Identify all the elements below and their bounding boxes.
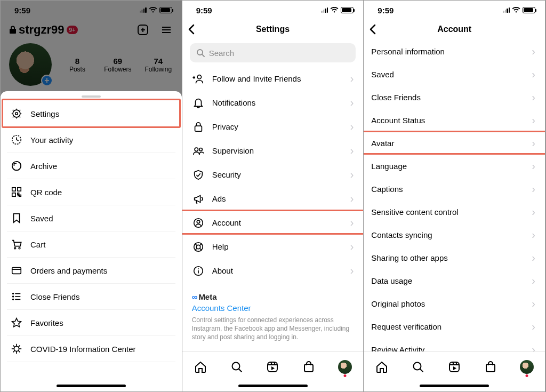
svg-point-21 xyxy=(13,296,14,297)
settings-notifications[interactable]: Notifications› xyxy=(190,91,356,115)
chevron-right-icon: › xyxy=(350,73,354,85)
account-avatar[interactable]: Avatar› xyxy=(371,132,537,155)
settings-account[interactable]: Account› xyxy=(190,211,356,235)
account-account-status[interactable]: Account Status› xyxy=(371,109,537,132)
menu-your-activity[interactable]: Your activity xyxy=(7,127,175,153)
chevron-right-icon: › xyxy=(350,217,354,229)
account-original-photos[interactable]: Original photos› xyxy=(371,292,537,315)
menu-settings[interactable]: Settings xyxy=(7,101,175,127)
menu-cart[interactable]: Cart xyxy=(7,231,175,258)
covid-icon xyxy=(10,343,23,355)
settings-follow-and-invite-friends[interactable]: Follow and Invite Friends› xyxy=(190,67,356,91)
tab-profile[interactable] xyxy=(338,360,352,374)
home-indicator xyxy=(57,385,126,387)
account-label: Account Status xyxy=(371,116,425,125)
chevron-right-icon: › xyxy=(350,169,354,181)
account-language[interactable]: Language› xyxy=(371,155,537,178)
settings-supervision[interactable]: Supervision› xyxy=(190,139,356,163)
account-captions[interactable]: Captions› xyxy=(371,178,537,201)
menu-label: Your activity xyxy=(30,135,73,145)
svg-line-33 xyxy=(18,350,20,352)
chevron-right-icon: › xyxy=(532,160,535,172)
meta-accounts-center: ∞Meta Accounts Center Control settings f… xyxy=(190,290,356,346)
settings-about[interactable]: About› xyxy=(190,259,356,283)
tab-search[interactable] xyxy=(411,360,425,374)
stat-following[interactable]: 74 Following xyxy=(143,57,173,73)
back-button[interactable] xyxy=(188,23,195,35)
create-post-button[interactable] xyxy=(136,23,150,37)
menu-label: Cart xyxy=(30,240,45,249)
settings-security[interactable]: Security› xyxy=(190,163,356,187)
menu-covid-19-information-center[interactable]: COVID-19 Information Center xyxy=(7,336,175,362)
accounts-center-link[interactable]: Accounts Center xyxy=(192,303,354,313)
archive-icon xyxy=(10,160,23,172)
stat-posts[interactable]: 8 Posts xyxy=(62,57,92,73)
account-personal-information[interactable]: Personal information› xyxy=(371,40,537,63)
chevron-right-icon: › xyxy=(532,206,535,218)
qr-icon xyxy=(10,186,23,198)
menu-label: Saved xyxy=(30,214,53,223)
tab-shop[interactable] xyxy=(302,360,316,374)
add-story-icon[interactable]: + xyxy=(41,75,53,86)
tab-home[interactable] xyxy=(375,360,389,374)
settings-privacy[interactable]: Privacy› xyxy=(190,115,356,139)
svg-rect-14 xyxy=(20,195,21,197)
search-placeholder: Search xyxy=(209,49,235,58)
menu-qr-code[interactable]: QR code xyxy=(7,179,175,205)
svg-line-34 xyxy=(13,350,15,352)
profile-avatar[interactable]: + xyxy=(9,43,52,86)
stat-followers[interactable]: 69 Followers xyxy=(103,57,133,73)
meta-brand: ∞Meta xyxy=(192,292,354,301)
chevron-right-icon: › xyxy=(532,298,535,310)
menu-archive[interactable]: Archive xyxy=(7,153,175,179)
hamburger-menu-button[interactable] xyxy=(159,23,173,37)
menu-favorites[interactable]: Favorites xyxy=(7,310,175,336)
chevron-right-icon: › xyxy=(532,45,535,58)
signal-icon xyxy=(140,7,147,13)
chevron-right-icon: › xyxy=(532,252,535,264)
account-saved[interactable]: Saved› xyxy=(371,63,537,86)
panel-settings: 9:59 Settings Search Follow and Invite F… xyxy=(182,1,364,391)
tab-reels[interactable] xyxy=(266,360,279,374)
svg-rect-13 xyxy=(18,193,19,195)
username[interactable]: strgzr99 xyxy=(19,23,65,37)
account-contacts-syncing[interactable]: Contacts syncing› xyxy=(371,223,537,246)
sheet-grabber[interactable] xyxy=(82,95,101,98)
search-input[interactable]: Search xyxy=(190,43,356,62)
account-label: Language xyxy=(371,162,407,171)
svg-marker-69 xyxy=(453,366,456,370)
account-review-activity[interactable]: Review Activity› xyxy=(371,338,537,351)
menu-saved[interactable]: Saved xyxy=(7,205,175,231)
account-label: Data usage xyxy=(371,276,412,285)
chevron-right-icon: › xyxy=(532,183,535,195)
svg-rect-70 xyxy=(486,364,495,372)
menu-label: QR code xyxy=(30,188,62,197)
tab-reels[interactable] xyxy=(447,360,461,374)
settings-help[interactable]: Help› xyxy=(190,235,356,259)
status-bar: 9:59 xyxy=(1,1,182,19)
account-request-verification[interactable]: Request verification› xyxy=(371,315,537,338)
chevron-right-icon: › xyxy=(350,265,354,277)
list-icon xyxy=(10,291,23,302)
tab-shop[interactable] xyxy=(484,360,497,374)
account-sharing-to-other-apps[interactable]: Sharing to other apps› xyxy=(371,246,537,269)
tab-bar xyxy=(182,351,364,381)
account-label: Sharing to other apps xyxy=(371,253,447,262)
settings-ads[interactable]: Ads› xyxy=(190,187,356,211)
menu-label: Orders and payments xyxy=(30,266,107,275)
person-plus-icon xyxy=(192,73,205,85)
svg-rect-18 xyxy=(12,268,21,274)
tab-home[interactable] xyxy=(194,360,207,374)
star-icon xyxy=(10,317,23,329)
account-close-friends[interactable]: Close Friends› xyxy=(371,86,537,109)
chevron-right-icon: › xyxy=(532,229,535,241)
menu-orders-and-payments[interactable]: Orders and payments xyxy=(7,258,175,284)
chevron-right-icon: › xyxy=(350,121,354,133)
account-sensitive-content-control[interactable]: Sensitive content control› xyxy=(371,201,537,223)
menu-close-friends[interactable]: Close Friends xyxy=(7,284,175,310)
account-data-usage[interactable]: Data usage› xyxy=(371,269,537,292)
tab-profile[interactable] xyxy=(520,360,534,374)
shield-icon xyxy=(192,169,205,181)
back-button[interactable] xyxy=(369,23,376,35)
tab-search[interactable] xyxy=(230,360,244,374)
